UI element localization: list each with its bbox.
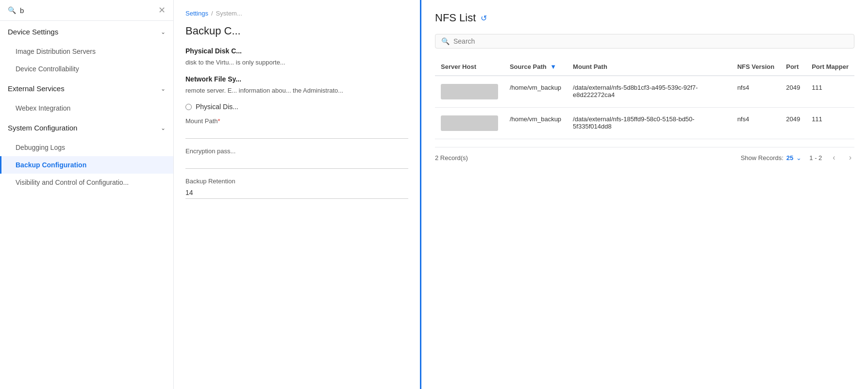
cell-source-path: /home/vm_backup — [504, 108, 567, 139]
sidebar-item-visibility-control[interactable]: Visibility and Control of Configuratio..… — [0, 174, 173, 191]
show-records: Show Records: 25 ⌄ — [741, 154, 802, 162]
sort-indicator-icon: ▼ — [550, 63, 556, 70]
nfs-panel: NFS List ↺ 🔍 Server Host Source Path ▼ — [421, 0, 868, 389]
mount-path-label: Mount Path* — [185, 117, 408, 125]
backup-retention-field: Backup Retention — [185, 178, 408, 199]
cell-server-host: ███ ███ ███ ███ — [435, 76, 504, 108]
physical-disk-label: Physical Disk C... — [185, 47, 408, 55]
cell-port: 2049 — [780, 108, 806, 139]
backup-retention-input[interactable] — [185, 187, 408, 199]
nfs-search-box: 🔍 — [435, 34, 854, 49]
col-source-path[interactable]: Source Path ▼ — [504, 58, 567, 76]
col-mount-path: Mount Path — [567, 58, 732, 76]
table-row: ███ ███ ███ ███ /home/vm_backup /data/ex… — [435, 108, 854, 139]
sidebar-item-backup-configuration[interactable]: Backup Configuration — [0, 156, 173, 174]
radio-physical-disk[interactable]: Physical Dis... — [185, 103, 408, 111]
chevron-down-icon: ⌄ — [161, 125, 166, 131]
device-settings-label: Device Settings — [8, 28, 58, 36]
sidebar: 🔍 ✕ Device Settings ⌄ Image Distribution… — [0, 0, 174, 389]
device-settings-header[interactable]: Device Settings ⌄ — [0, 21, 173, 43]
main-content: Settings / System... Backup C... Physica… — [174, 0, 868, 389]
sidebar-search-input[interactable] — [20, 6, 154, 15]
prev-page-button[interactable]: ‹ — [830, 152, 838, 163]
nfs-table: Server Host Source Path ▼ Mount Path NFS… — [435, 58, 854, 139]
breadcrumb-separator: / — [211, 10, 213, 17]
table-header-row: Server Host Source Path ▼ Mount Path NFS… — [435, 58, 854, 76]
nav-section-system-configuration: System Configuration ⌄ Debugging Logs Ba… — [0, 117, 173, 191]
external-services-header[interactable]: External Services ⌄ — [0, 78, 173, 99]
nfs-header: NFS List ↺ — [435, 12, 854, 24]
radio-physical-disk-input[interactable] — [185, 104, 192, 110]
col-port: Port — [780, 58, 806, 76]
sidebar-item-webex-integration[interactable]: Webex Integration — [0, 99, 173, 117]
encryption-pass-field: Encryption pass... — [185, 147, 408, 169]
col-nfs-version: NFS Version — [732, 58, 781, 76]
cell-server-host: ███ ███ ███ ███ — [435, 108, 504, 139]
breadcrumb-current: System... — [216, 10, 242, 17]
breadcrumb-settings[interactable]: Settings — [185, 10, 208, 17]
pagination-right: Show Records: 25 ⌄ 1 - 2 ‹ › — [741, 152, 854, 163]
radio-physical-disk-label: Physical Dis... — [196, 103, 238, 111]
physical-disk-desc: disk to the Virtu... is only supporte... — [185, 58, 408, 67]
col-port-mapper: Port Mapper — [806, 58, 854, 76]
cell-source-path: /home/vm_backup — [504, 76, 567, 108]
network-fs-desc: remote server. E... information abou... … — [185, 86, 408, 96]
clear-search-icon[interactable]: ✕ — [158, 5, 166, 16]
sidebar-item-debugging-logs[interactable]: Debugging Logs — [0, 139, 173, 156]
encryption-pass-input[interactable] — [185, 157, 408, 169]
page-title: Backup C... — [185, 25, 408, 37]
nfs-search-input[interactable] — [453, 37, 848, 45]
nfs-title: NFS List — [435, 12, 476, 24]
cell-mount-path: /data/external/nfs-5d8b1cf3-a495-539c-92… — [567, 76, 732, 108]
table-row: ███ ███ ███ ███ /home/vm_backup /data/ex… — [435, 76, 854, 108]
backup-retention-label: Backup Retention — [185, 178, 408, 185]
next-page-button[interactable]: › — [846, 152, 854, 163]
show-records-dropdown-icon[interactable]: ⌄ — [796, 154, 801, 162]
sidebar-item-device-controllability[interactable]: Device Controllability — [0, 60, 173, 78]
page-range: 1 - 2 — [809, 154, 822, 162]
cell-mount-path: /data/external/nfs-185ffd9-58c0-5158-bd5… — [567, 108, 732, 139]
system-configuration-label: System Configuration — [8, 124, 77, 132]
form-panel: Settings / System... Backup C... Physica… — [174, 0, 421, 389]
external-services-label: External Services — [8, 84, 65, 93]
nav-section-device-settings: Device Settings ⌄ Image Distribution Ser… — [0, 21, 173, 78]
breadcrumb: Settings / System... — [185, 10, 408, 17]
search-icon: 🔍 — [8, 6, 16, 14]
system-configuration-header[interactable]: System Configuration ⌄ — [0, 117, 173, 139]
mount-path-input[interactable] — [185, 127, 408, 139]
mount-path-field: Mount Path* — [185, 117, 408, 139]
records-count: 2 Record(s) — [435, 154, 468, 162]
nav-section-external-services: External Services ⌄ Webex Integration — [0, 78, 173, 117]
cell-nfs-version: nfs4 — [732, 108, 781, 139]
refresh-icon[interactable]: ↺ — [481, 14, 487, 23]
encryption-pass-label: Encryption pass... — [185, 147, 408, 155]
show-records-value: 25 — [786, 154, 793, 162]
chevron-down-icon: ⌄ — [161, 85, 166, 92]
search-bar: 🔍 ✕ — [0, 0, 173, 21]
network-fs-label: Network File Sy... — [185, 75, 408, 83]
cell-nfs-version: nfs4 — [732, 76, 781, 108]
cell-port-mapper: 111 — [806, 76, 854, 108]
cell-port-mapper: 111 — [806, 108, 854, 139]
cell-port: 2049 — [780, 76, 806, 108]
col-server-host: Server Host — [435, 58, 504, 76]
chevron-down-icon: ⌄ — [161, 29, 166, 35]
nfs-search-icon: 🔍 — [441, 37, 450, 45]
sidebar-item-image-distribution-servers[interactable]: Image Distribution Servers — [0, 43, 173, 60]
pagination: 2 Record(s) Show Records: 25 ⌄ 1 - 2 ‹ › — [435, 147, 854, 163]
